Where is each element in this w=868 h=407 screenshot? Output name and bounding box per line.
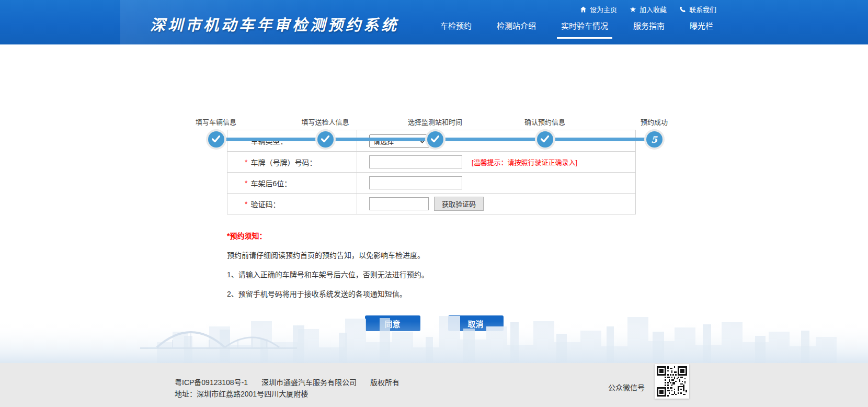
plate-number-input[interactable] bbox=[369, 155, 462, 168]
set-homepage-link[interactable]: 设为主页 bbox=[580, 4, 617, 14]
step-circle-done bbox=[537, 131, 553, 148]
notice-intro: 预约前请仔细阅读预约首页的预约告知，以免影响车检进度。 bbox=[227, 250, 624, 260]
check-icon bbox=[431, 135, 439, 144]
footer-address: 地址：深圳市红荔路2001号四川大厦附楼 bbox=[175, 388, 399, 400]
get-captcha-button[interactable]: 获取验证码 bbox=[434, 197, 484, 211]
step-circle-done bbox=[208, 131, 224, 148]
check-icon bbox=[212, 135, 220, 144]
home-icon bbox=[580, 6, 587, 13]
utility-label: 联系我们 bbox=[689, 4, 716, 14]
step-number: 5 bbox=[651, 134, 657, 145]
utility-label: 加入收藏 bbox=[639, 4, 667, 14]
progress-stepper: 填写车辆信息 填写送检人信息 选择监测站和时间 确认预约信息 预约成功 bbox=[0, 44, 868, 118]
form-row-plate-number: * 车牌（号牌）号码： [温馨提示：请按照行驶证正确录入] bbox=[227, 151, 635, 172]
check-icon bbox=[541, 135, 549, 144]
step-station-time: 选择监测站和时间 bbox=[388, 117, 482, 148]
page-footer: 粤ICP备09123108号-1深圳市通盛汽车服务有限公司版权所有 地址：深圳市… bbox=[0, 363, 868, 407]
booking-notice: *预约须知： 预约前请仔细阅读预约首页的预约告知，以免影响车检进度。 1、请输入… bbox=[227, 230, 624, 308]
step-label: 预约成功 bbox=[607, 117, 701, 126]
field-label: * 车牌（号牌）号码： bbox=[227, 152, 357, 172]
nav-item-station-intro[interactable]: 检测站介绍 bbox=[493, 20, 540, 39]
plate-hint-text: [温馨提示：请按照行驶证正确录入] bbox=[472, 157, 577, 167]
star-icon bbox=[630, 6, 636, 13]
main-nav: 车检预约 检测站介绍 实时验车情况 服务指南 曝光栏 bbox=[436, 20, 717, 39]
field-label: * 车架后6位： bbox=[227, 173, 357, 193]
step-circle-done bbox=[427, 131, 443, 148]
wechat-label: 公众微信号 bbox=[608, 382, 645, 392]
step-label: 填写车辆信息 bbox=[169, 117, 263, 126]
captcha-input[interactable] bbox=[369, 197, 429, 210]
phone-icon bbox=[679, 6, 686, 13]
page: 设为主页 加入收藏 联系我们 深圳市机动车年审检测预约系统 车检预约 检测站介绍… bbox=[0, 0, 868, 407]
company-name: 深圳市通盛汽车服务有限公司 bbox=[261, 378, 357, 387]
footer-text: 粤ICP备09123108号-1深圳市通盛汽车服务有限公司版权所有 地址：深圳市… bbox=[175, 377, 399, 400]
check-icon bbox=[321, 135, 329, 144]
contact-us-link[interactable]: 联系我们 bbox=[679, 4, 716, 14]
step-success: 预约成功 5 bbox=[607, 117, 701, 148]
required-asterisk: * bbox=[245, 200, 247, 208]
icp-number: 粤ICP备09123108号-1 bbox=[175, 378, 248, 387]
wechat-qr-code bbox=[655, 364, 689, 399]
nav-item-exposure-board[interactable]: 曝光栏 bbox=[686, 20, 717, 39]
nav-item-service-guide[interactable]: 服务指南 bbox=[629, 20, 669, 39]
copyright-label: 版权所有 bbox=[370, 378, 399, 387]
notice-title: *预约须知： bbox=[227, 230, 624, 241]
agree-button[interactable]: 同意 bbox=[365, 315, 420, 331]
step-circle-done bbox=[317, 131, 334, 148]
step-inspector-info: 填写送检人信息 bbox=[278, 117, 372, 148]
required-asterisk: * bbox=[245, 158, 247, 166]
add-favorite-link[interactable]: 加入收藏 bbox=[630, 4, 667, 14]
site-header: 设为主页 加入收藏 联系我们 深圳市机动车年审检测预约系统 车检预约 检测站介绍… bbox=[0, 0, 868, 44]
form-row-vin-last6: * 车架后6位： bbox=[227, 172, 635, 193]
step-confirm-info: 确认预约信息 bbox=[498, 117, 592, 148]
site-title: 深圳市机动车年审检测预约系统 bbox=[150, 13, 391, 35]
notice-item: 2、预留手机号码将用于接收系统发送的各项通知短信。 bbox=[227, 288, 624, 299]
utility-links: 设为主页 加入收藏 联系我们 bbox=[580, 4, 716, 14]
step-label: 选择监测站和时间 bbox=[388, 117, 482, 126]
qr-code-image bbox=[656, 365, 688, 398]
field-label: * 验证码： bbox=[227, 194, 357, 214]
step-label: 填写送检人信息 bbox=[278, 117, 372, 126]
cancel-button[interactable]: 取消 bbox=[448, 315, 504, 331]
form-actions: 同意 取消 bbox=[0, 315, 868, 331]
vin-last6-input[interactable] bbox=[369, 176, 462, 189]
step-vehicle-info: 填写车辆信息 bbox=[169, 117, 263, 148]
nav-item-vehicle-booking[interactable]: 车检预约 bbox=[436, 20, 476, 39]
form-row-captcha: * 验证码： 获取验证码 bbox=[227, 193, 635, 214]
notice-item: 1、请输入正确的车牌号和车架号后六位，否则无法进行预约。 bbox=[227, 269, 624, 279]
step-circle-current: 5 bbox=[646, 131, 663, 148]
footer-copyright-line: 粤ICP备09123108号-1深圳市通盛汽车服务有限公司版权所有 bbox=[175, 377, 399, 388]
nav-item-realtime-inspection[interactable]: 实时验车情况 bbox=[557, 20, 612, 39]
required-asterisk: * bbox=[245, 179, 247, 187]
bridge-silhouette bbox=[140, 332, 297, 349]
step-label: 确认预约信息 bbox=[498, 117, 592, 126]
utility-label: 设为主页 bbox=[590, 4, 617, 14]
